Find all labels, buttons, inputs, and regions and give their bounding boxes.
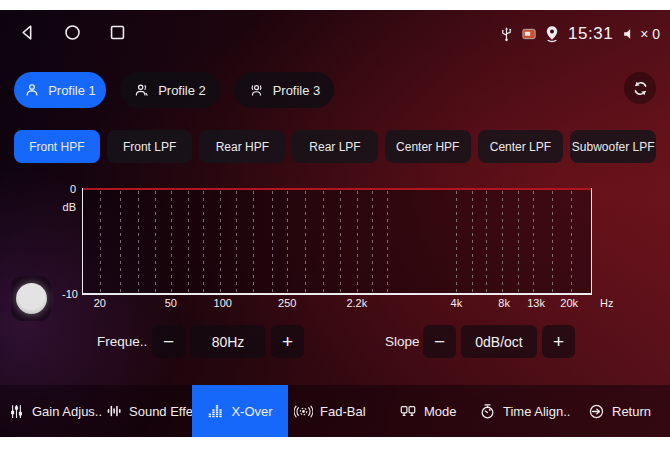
graph-x-tick: 8k bbox=[498, 297, 510, 309]
nav-item-return[interactable]: Return bbox=[588, 385, 651, 437]
graph-gridline bbox=[171, 191, 172, 293]
nav-item-label: Mode bbox=[424, 404, 457, 419]
filter-tab-label: Front HPF bbox=[29, 140, 84, 154]
graph-gridline bbox=[340, 191, 341, 293]
refresh-icon bbox=[631, 79, 650, 98]
graph-gridline bbox=[486, 191, 487, 293]
head-unit-screen: 15:31 × 0 Profile 1 Profile 2 Profile 3 bbox=[0, 10, 670, 437]
response-curve-line bbox=[83, 188, 591, 190]
location-icon bbox=[544, 25, 560, 43]
graph-gridline bbox=[220, 191, 221, 293]
filter-tab-label: Center LPF bbox=[490, 140, 551, 154]
nav-item-label: Return bbox=[612, 404, 651, 419]
group-icon bbox=[248, 82, 265, 98]
nav-item-mode[interactable]: Mode bbox=[399, 385, 457, 437]
filter-tab-label: Subwoofer LPF bbox=[572, 140, 655, 154]
graph-gridline bbox=[188, 191, 189, 293]
graph-gridline bbox=[155, 191, 156, 293]
graph-gridline bbox=[323, 191, 324, 293]
recents-icon[interactable] bbox=[108, 23, 127, 42]
filter-tab-label: Front LPF bbox=[123, 140, 176, 154]
filter-tab-label: Rear HPF bbox=[216, 140, 269, 154]
filter-tab-rear-hpf[interactable]: Rear HPF bbox=[199, 130, 285, 163]
slope-minus-button[interactable]: − bbox=[423, 325, 456, 358]
filter-tab-label: Rear LPF bbox=[309, 140, 360, 154]
graph-gridline bbox=[287, 191, 288, 293]
nav-item-fad-bal[interactable]: Fad-Bal bbox=[294, 385, 366, 437]
profile-3-tab[interactable]: Profile 3 bbox=[234, 72, 334, 108]
knob-shortcut-button[interactable] bbox=[11, 276, 51, 321]
filter-tab-center-lpf[interactable]: Center LPF bbox=[478, 130, 564, 163]
volume-muted-indicator: × 0 bbox=[621, 26, 660, 42]
profile-3-label: Profile 3 bbox=[273, 83, 321, 98]
graph-x-tick: 250 bbox=[278, 297, 296, 309]
graph-x-unit-label: Hz bbox=[600, 297, 613, 309]
frequency-minus-button[interactable]: − bbox=[152, 325, 185, 358]
gain-sliders-icon bbox=[8, 403, 25, 420]
frequency-value: 80Hz bbox=[190, 325, 266, 358]
crossover-controls: Freque.. − 80Hz + Slope − 0dB/oct + bbox=[0, 325, 670, 358]
time-alignment-stopwatch-icon bbox=[479, 403, 496, 420]
graph-x-ticks: 20501002502.2k4k8k13k20k bbox=[83, 293, 591, 309]
slope-value: 0dB/oct bbox=[461, 325, 537, 358]
filter-tab-front-hpf[interactable]: Front HPF bbox=[14, 130, 100, 163]
person-icon bbox=[24, 82, 40, 98]
profile-2-tab[interactable]: Profile 2 bbox=[120, 72, 220, 108]
graph-x-tick: 100 bbox=[214, 297, 232, 309]
slope-plus-button[interactable]: + bbox=[542, 325, 575, 358]
graph-y-max-label: 0 bbox=[70, 183, 76, 195]
profile-2-label: Profile 2 bbox=[158, 83, 206, 98]
graph-y-unit-label: dB bbox=[63, 201, 76, 213]
nav-item-sound-effects[interactable]: Sound Effe.. bbox=[106, 385, 200, 437]
graph-gridline bbox=[518, 191, 519, 293]
graph-gridline bbox=[138, 191, 139, 293]
graph-gridline bbox=[203, 191, 204, 293]
storage-card-icon bbox=[522, 28, 536, 40]
nav-item-gain-adjust[interactable]: Gain Adjus.. bbox=[8, 385, 102, 437]
nav-item-time-align[interactable]: Time Align.. bbox=[479, 385, 570, 437]
status-bar: 15:31 × 0 bbox=[0, 10, 670, 56]
graph-x-tick: 13k bbox=[527, 297, 545, 309]
graph-gridline bbox=[387, 191, 388, 293]
graph-gridline bbox=[357, 191, 358, 293]
filter-tab-label: Center HPF bbox=[396, 140, 459, 154]
status-indicators: 15:31 × 0 bbox=[499, 20, 660, 48]
graph-x-tick: 20 bbox=[94, 297, 106, 309]
nav-item-label: Fad-Bal bbox=[320, 404, 366, 419]
crossover-filter-tabs: Front HPF Front LPF Rear HPF Rear LPF Ce… bbox=[14, 130, 656, 163]
graph-gridline bbox=[253, 191, 254, 293]
profile-1-tab[interactable]: Profile 1 bbox=[14, 72, 106, 108]
graph-plot: 0 dB -10 20501002502.2k4k8k13k20k Hz bbox=[82, 188, 592, 295]
home-icon[interactable] bbox=[63, 23, 82, 42]
filter-tab-front-lpf[interactable]: Front LPF bbox=[107, 130, 193, 163]
volume-muted-icon bbox=[621, 26, 638, 42]
person-plus-icon bbox=[134, 82, 150, 98]
profile-tabs: Profile 1 Profile 2 Profile 3 bbox=[14, 72, 334, 108]
graph-x-tick: 20k bbox=[560, 297, 578, 309]
nav-item-label: Sound Effe.. bbox=[129, 404, 200, 419]
graph-gridline bbox=[571, 191, 572, 293]
frequency-plus-button[interactable]: + bbox=[271, 325, 304, 358]
filter-tab-subwoofer-lpf[interactable]: Subwoofer LPF bbox=[570, 130, 656, 163]
android-nav-buttons bbox=[18, 23, 127, 42]
filter-tab-center-hpf[interactable]: Center HPF bbox=[385, 130, 471, 163]
return-arrow-icon bbox=[588, 403, 605, 420]
frequency-label: Freque.. bbox=[97, 325, 147, 358]
clock: 15:31 bbox=[568, 24, 613, 44]
graph-gridline bbox=[236, 191, 237, 293]
graph-x-tick: 4k bbox=[451, 297, 463, 309]
nav-item-label: Time Align.. bbox=[503, 404, 570, 419]
nav-item-xover[interactable]: X-Over bbox=[192, 385, 288, 437]
graph-gridline bbox=[472, 191, 473, 293]
filter-tab-rear-lpf[interactable]: Rear LPF bbox=[292, 130, 378, 163]
profile-1-label: Profile 1 bbox=[48, 83, 96, 98]
reset-button[interactable] bbox=[624, 72, 656, 104]
graph-x-tick: 50 bbox=[165, 297, 177, 309]
fader-balance-icon bbox=[294, 403, 313, 420]
graph-gridline bbox=[502, 191, 503, 293]
back-icon[interactable] bbox=[18, 23, 37, 42]
graph-gridline bbox=[372, 191, 373, 293]
mode-windows-icon bbox=[399, 403, 417, 420]
bottom-nav-bar: Gain Adjus.. Sound Effe.. X-Over Fad-Bal… bbox=[0, 385, 670, 437]
knob-dot-icon bbox=[16, 283, 47, 314]
